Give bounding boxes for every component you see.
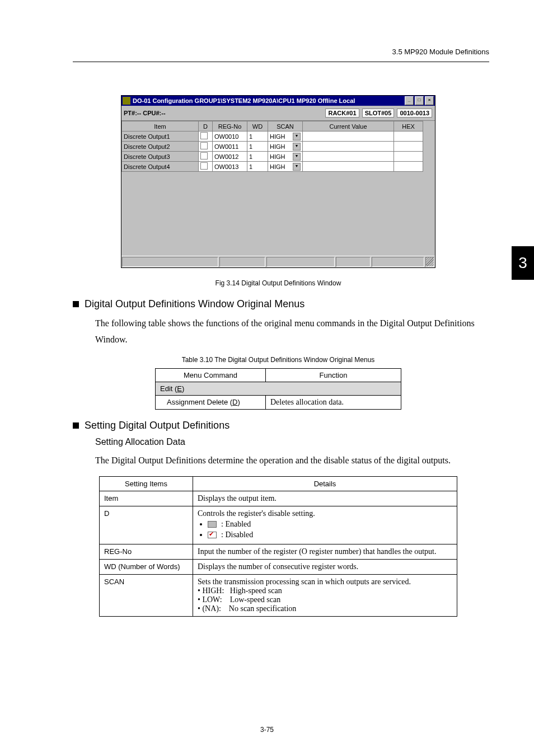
- chevron-down-icon[interactable]: ▼: [293, 153, 301, 161]
- assign-func: Deletes allocation data.: [266, 395, 401, 409]
- checkbox-icon: [200, 132, 208, 139]
- row-hex: [394, 132, 423, 142]
- subheading-allocation: Setting Allocation Data: [95, 437, 484, 447]
- scan-na: • (NA): No scan specification: [198, 604, 452, 613]
- scan-value: HIGH: [270, 133, 285, 140]
- row-current: [303, 162, 394, 172]
- scan-name: SCAN: [100, 575, 193, 617]
- d-text: Controls the register's disable setting.: [198, 509, 452, 518]
- chevron-down-icon[interactable]: ▼: [293, 133, 301, 140]
- wd-text: Displays the number of consecutive regis…: [193, 560, 457, 575]
- chapter-tab: 3: [512, 246, 534, 280]
- row-scan[interactable]: HIGH▼: [268, 162, 303, 172]
- window-statusbar: [121, 256, 435, 267]
- table-caption: Table 3.10 The Digital Output Definition…: [73, 356, 484, 364]
- menu-head-function: Function: [266, 368, 401, 382]
- square-bullet-icon: [73, 422, 79, 429]
- row-regno[interactable]: OW0010: [213, 132, 247, 142]
- row-d-checkbox[interactable]: [199, 132, 213, 142]
- scan-value: HIGH: [270, 163, 285, 170]
- bullet-icon: [200, 523, 202, 525]
- table-row: D Controls the register's disable settin…: [100, 506, 457, 544]
- col-current: Current Value: [303, 121, 394, 132]
- row-wd: 1: [247, 142, 268, 152]
- row-d-checkbox[interactable]: [199, 142, 213, 152]
- row-regno[interactable]: OW0011: [213, 142, 247, 152]
- resize-grip-icon[interactable]: [425, 257, 434, 267]
- item-text: Displays the output item.: [193, 491, 457, 506]
- row-wd: 1: [247, 132, 268, 142]
- regno-text: Input the number of the register (O regi…: [193, 544, 457, 560]
- heading-setting-defs: Setting Digital Output Definitions: [73, 420, 484, 431]
- grid-gutter: [423, 162, 435, 172]
- rack-slot-info: RACK#01 SLOT#05 0010-0013: [325, 109, 433, 118]
- row-scan[interactable]: HIGH▼: [268, 142, 303, 152]
- na-desc: No scan specification: [229, 604, 297, 613]
- col-regno: REG-No: [213, 121, 247, 132]
- table-row: Discrete Output2 OW0011 1 HIGH▼: [122, 142, 435, 152]
- assign-post: ): [237, 398, 240, 406]
- edit-menu-cell: Edit (E): [156, 382, 401, 395]
- scan-high: • HIGH: High-speed scan: [198, 586, 452, 595]
- row-d-checkbox[interactable]: [199, 162, 213, 172]
- page-number: 3-75: [0, 726, 534, 734]
- col-d: D: [199, 121, 213, 132]
- scan-value: HIGH: [270, 143, 285, 150]
- checkbox-icon: [200, 142, 208, 149]
- statusbar-pane: [372, 257, 424, 267]
- high-label: • HIGH:: [198, 586, 224, 595]
- chevron-down-icon[interactable]: ▼: [293, 143, 301, 151]
- assignment-delete-row: Assignment Delete (D) Deletes allocation…: [156, 395, 401, 409]
- scan-details: Sets the transmission processing scan in…: [193, 575, 457, 617]
- checkbox-icon: [200, 162, 208, 170]
- scan-low: • LOW: Low-speed scan: [198, 595, 452, 604]
- square-bullet-icon: [73, 301, 79, 307]
- details-head-details: Details: [193, 477, 457, 491]
- row-d-checkbox[interactable]: [199, 152, 213, 162]
- d-details: Controls the register's disable setting.…: [193, 506, 457, 544]
- row-regno[interactable]: OW0012: [213, 152, 247, 162]
- row-item: Discrete Output2: [122, 142, 199, 152]
- item-name: Item: [100, 491, 193, 506]
- close-button[interactable]: ×: [425, 96, 434, 105]
- assign-pre: Assignment Delete (: [167, 398, 232, 406]
- wd-name: WD (Number of Words): [100, 560, 193, 575]
- grid-scroll-gutter: [423, 121, 435, 132]
- low-desc: Low-speed scan: [230, 595, 281, 604]
- menu-commands-table: Menu Command Function Edit (E) Assignmen…: [155, 368, 401, 410]
- high-desc: High-speed scan: [230, 586, 282, 595]
- do-config-window: DO-01 Configuration GROUP1\SYSTEM2 MP920…: [121, 95, 435, 268]
- chevron-down-icon[interactable]: ▼: [293, 163, 301, 171]
- edit-post: ): [182, 384, 184, 393]
- edit-pre: Edit (: [160, 384, 177, 393]
- grid-gutter: [423, 152, 435, 162]
- figure-caption: Fig 3.14 Digital Output Definitions Wind…: [73, 279, 484, 287]
- assign-cell: Assignment Delete (D): [156, 395, 266, 409]
- col-item: Item: [122, 121, 199, 132]
- bullet-icon: [200, 534, 202, 536]
- pt-cpu-label: PT#:-- CPU#:--: [124, 110, 224, 116]
- paragraph-b: The Digital Output Definitions determine…: [95, 453, 484, 469]
- grid-gutter: [423, 142, 435, 152]
- row-scan[interactable]: HIGH▼: [268, 132, 303, 142]
- row-current: [303, 142, 394, 152]
- row-item: Discrete Output3: [122, 152, 199, 162]
- row-item: Discrete Output4: [122, 162, 199, 172]
- enabled-label: : Enabled: [221, 520, 251, 529]
- disabled-label: : Disabled: [221, 530, 253, 539]
- scan-value: HIGH: [270, 153, 285, 160]
- heading-text: Setting Digital Output Definitions: [85, 420, 229, 431]
- statusbar-pane: [122, 257, 218, 267]
- row-current: [303, 152, 394, 162]
- maximize-button[interactable]: □: [415, 96, 424, 105]
- edit-key: E: [177, 384, 182, 393]
- table-row: Discrete Output1 OW0010 1 HIGH▼: [122, 132, 435, 142]
- minimize-button[interactable]: _: [405, 96, 414, 105]
- edit-menu-row: Edit (E): [156, 382, 401, 395]
- row-item: Discrete Output1: [122, 132, 199, 142]
- row-scan[interactable]: HIGH▼: [268, 152, 303, 162]
- details-head-items: Setting Items: [100, 477, 193, 491]
- statusbar-pane: [266, 257, 335, 267]
- rack-box: RACK#01: [325, 109, 359, 118]
- row-regno[interactable]: OW0013: [213, 162, 247, 172]
